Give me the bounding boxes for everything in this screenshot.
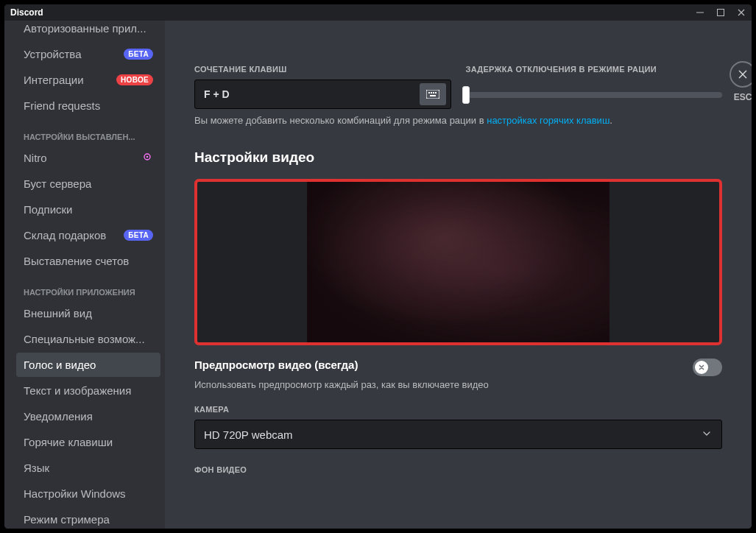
svg-rect-4 (426, 90, 439, 99)
slider-thumb[interactable] (462, 86, 470, 104)
preview-toggle-desc: Использовать предпросмотр каждый раз, ка… (194, 379, 722, 390)
sidebar-item-label: Текст и изображения (24, 384, 131, 397)
titlebar: Discord (4, 4, 752, 21)
sidebar-item[interactable]: Nitro (16, 146, 160, 170)
svg-point-3 (146, 156, 149, 158)
sidebar-item[interactable]: Уведомления (16, 404, 160, 428)
sidebar-header-app: НАСТРОЙКИ ПРИЛОЖЕНИЯ (16, 275, 160, 301)
sidebar-item[interactable]: Выставление счетов (16, 249, 160, 273)
sidebar-item[interactable]: УстройстваБЕТА (16, 42, 160, 66)
svg-rect-0 (696, 13, 704, 13)
shortcut-hint: Вы можете добавить несколько комбинаций … (194, 115, 722, 126)
sidebar-item-label: Устройства (24, 48, 81, 60)
minimize-button[interactable] (690, 4, 710, 21)
settings-content: ESC СОЧЕТАНИЕ КЛАВИШ F + D ЗАДЕР (165, 21, 752, 529)
shortcut-input[interactable]: F + D (194, 80, 451, 109)
sidebar-header-billing: НАСТРОЙКИ ВЫСТАВЛЕН... (16, 119, 160, 146)
camera-select-value: HD 720P webcam (204, 428, 293, 441)
sidebar-item-label: Уведомления (24, 410, 93, 423)
video-section-title: Настройки видео (194, 149, 722, 166)
svg-rect-9 (430, 95, 436, 96)
close-window-button[interactable] (731, 4, 752, 21)
svg-rect-5 (428, 92, 430, 93)
nitro-icon (141, 151, 153, 165)
camera-select[interactable]: HD 720P webcam (194, 420, 722, 449)
svg-rect-8 (435, 92, 437, 93)
svg-rect-1 (718, 10, 724, 16)
sidebar-item-label: Внешний вид (24, 307, 92, 320)
sidebar-item-label: Специальные возмож... (24, 333, 145, 345)
sidebar-item-label: Интеграции (24, 74, 84, 86)
video-preview (194, 179, 722, 345)
sidebar-item-label: Буст сервера (24, 177, 91, 190)
sidebar-item[interactable]: Язык (16, 456, 160, 480)
sidebar-item[interactable]: Авторизованные прил... (16, 21, 160, 40)
close-settings-button[interactable] (729, 61, 752, 88)
sidebar-item-label: Подписки (24, 203, 73, 216)
app-title: Discord (10, 7, 43, 18)
keyboard-icon[interactable] (420, 83, 446, 105)
background-label: ФОН ВИДЕО (194, 465, 722, 474)
sidebar-item[interactable]: Режим стримера (16, 507, 160, 529)
sidebar-item-label: Авторизованные прил... (24, 22, 146, 35)
sidebar-item[interactable]: ИнтеграцииНОВОЕ (16, 68, 160, 92)
sidebar-item[interactable]: Буст сервера (16, 172, 160, 196)
maximize-button[interactable] (710, 4, 731, 21)
preview-toggle-title: Предпросмотр видео (всегда) (194, 359, 358, 371)
camera-label: КАМЕРА (194, 405, 722, 414)
sidebar-item[interactable]: Внешний вид (16, 301, 160, 325)
sidebar-item[interactable]: Специальные возмож... (16, 327, 160, 351)
hotkey-settings-link[interactable]: настройках горячих клавиш (487, 115, 610, 126)
sidebar-item-label: Режим стримера (24, 513, 110, 526)
camera-feed (307, 182, 610, 342)
sidebar-item-label: Склад подарков (24, 229, 106, 241)
sidebar-item-label: Горячие клавиши (24, 436, 113, 448)
svg-rect-6 (431, 92, 432, 93)
sidebar-item-label: Friend requests (24, 99, 100, 112)
sidebar-item[interactable]: Горячие клавиши (16, 430, 160, 454)
sidebar-item[interactable]: Текст и изображения (16, 378, 160, 403)
delay-slider[interactable] (466, 92, 723, 98)
sidebar-item-label: Язык (24, 462, 49, 474)
sidebar-item[interactable]: Склад подарковБЕТА (16, 223, 160, 247)
sidebar-item-label: Nitro (24, 152, 47, 164)
badge: БЕТА (124, 49, 153, 60)
sidebar-item-label: Настройки Windows (24, 487, 126, 500)
sidebar-item-label: Голос и видео (24, 359, 96, 371)
settings-sidebar: Авторизованные прил...УстройстваБЕТАИнте… (4, 21, 165, 529)
sidebar-item[interactable]: Friend requests (16, 93, 160, 118)
sidebar-item[interactable]: Подписки (16, 197, 160, 222)
preview-toggle[interactable] (693, 359, 722, 376)
shortcut-label: СОЧЕТАНИЕ КЛАВИШ (194, 65, 451, 74)
chevron-down-icon (701, 428, 713, 442)
shortcut-value: F + D (204, 88, 230, 100)
sidebar-item[interactable]: Голос и видео (16, 353, 160, 377)
badge: НОВОЕ (116, 74, 153, 85)
badge: БЕТА (124, 230, 153, 241)
esc-label: ESC (729, 92, 752, 102)
sidebar-item-label: Выставление счетов (24, 255, 129, 267)
delay-label: ЗАДЕРЖКА ОТКЛЮЧЕНИЯ В РЕЖИМЕ РАЦИИ (466, 65, 723, 74)
svg-rect-7 (433, 92, 434, 93)
sidebar-item[interactable]: Настройки Windows (16, 481, 160, 506)
